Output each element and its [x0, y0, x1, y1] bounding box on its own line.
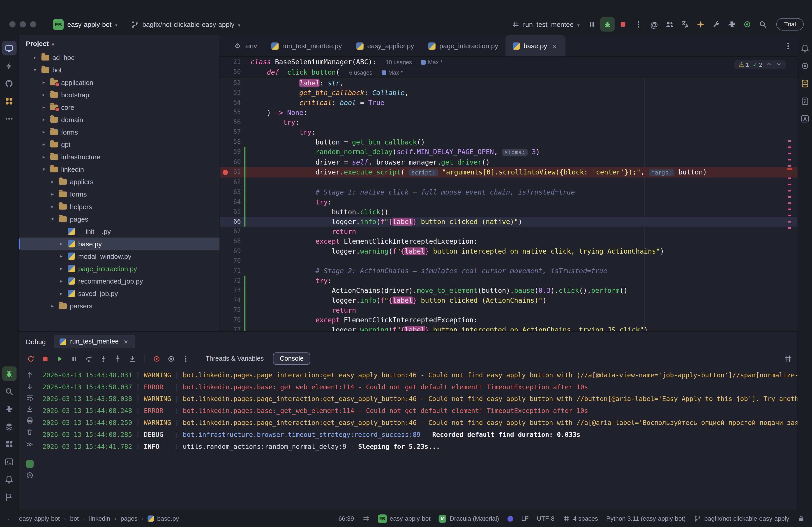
editor-tab[interactable]: base.py [506, 35, 565, 56]
tool-bookmarks-button[interactable] [2, 490, 16, 504]
line-number[interactable]: 57 [220, 127, 244, 137]
run-config-widget[interactable]: run_test_mentee [508, 18, 583, 31]
tool-more-button[interactable] [2, 111, 16, 126]
line-number[interactable]: 65 [220, 207, 244, 217]
code-text[interactable]: try: [250, 118, 797, 127]
ai-assistant-button[interactable] [647, 17, 661, 32]
tool-notifications-button[interactable] [798, 41, 812, 55]
code-line[interactable]: 54 critical: bool = True [220, 98, 798, 108]
more-debug-actions-button[interactable] [179, 352, 192, 365]
tree-item[interactable]: ▾pages [19, 213, 220, 225]
code-line[interactable]: 70 [220, 256, 798, 266]
editor-tab[interactable]: page_interaction.py [421, 35, 506, 56]
code-line[interactable]: 60 driver = self._browser_manager.get_dr… [220, 157, 798, 167]
project-panel-header[interactable]: Project [19, 35, 220, 51]
clear-console-icon[interactable] [26, 428, 33, 436]
sticky-line[interactable]: 21class BaseSeleniumManager(ABC):10 usag… [220, 57, 798, 67]
tree-item[interactable]: ▾bot [19, 63, 220, 76]
close-icon[interactable] [122, 337, 129, 346]
prev-issue-button[interactable] [766, 61, 772, 68]
layout-settings-button[interactable] [784, 355, 792, 363]
tree-item[interactable]: ▸recommended_job.py [19, 275, 220, 287]
tool-structure-button[interactable] [2, 94, 16, 108]
line-number[interactable]: 70 [220, 256, 244, 266]
sticky-line[interactable]: 50 def _click_button(6 usagesMax * [220, 67, 798, 77]
author-hint[interactable]: Max * [421, 59, 443, 65]
split-button[interactable] [362, 515, 369, 522]
code-text[interactable]: ) -> None: [250, 108, 797, 118]
code-editor[interactable]: 52 label: str,53 get_btn_callback: Calla… [220, 78, 798, 331]
code-line[interactable]: 71 # Stage 2: ActionChains — simulates r… [220, 266, 798, 276]
code-line[interactable]: 63 # Stage 1: native click — full mouse … [220, 187, 798, 197]
translate-button[interactable] [678, 17, 693, 32]
code-with-me-button[interactable] [663, 17, 677, 32]
soft-wrap-icon[interactable] [26, 394, 33, 402]
tree-item[interactable]: ▸infrastructure [19, 151, 220, 163]
line-number[interactable]: 52 [220, 78, 244, 88]
line-number[interactable]: 60 [220, 157, 244, 167]
pause-button[interactable] [67, 352, 81, 365]
code-text[interactable]: logger.warning(f"{label} button intercep… [250, 325, 797, 331]
tool-project-button[interactable] [2, 41, 16, 55]
interpreter-selector[interactable]: Python 3.11 (easy-apply-bot) [606, 515, 686, 522]
tree-item[interactable]: __init__.py [19, 225, 220, 238]
history-clock-icon[interactable] [26, 471, 33, 479]
print-icon[interactable] [26, 417, 33, 424]
tab-console[interactable]: Console [273, 352, 310, 365]
sparkle-button[interactable] [693, 17, 708, 32]
line-number[interactable]: 59 [220, 147, 244, 157]
line-number[interactable]: 75 [220, 305, 244, 315]
code-text[interactable]: except ElementClickInterceptedException: [250, 315, 797, 325]
run-to-cursor-button[interactable] [126, 352, 139, 365]
code-line[interactable]: 67 return [220, 227, 798, 237]
code-text[interactable]: logger.info(f"{label} button clicked (na… [250, 217, 797, 227]
code-text[interactable] [250, 256, 797, 266]
line-number[interactable]: 53 [220, 88, 244, 98]
step-out-button[interactable] [111, 352, 124, 365]
pause-program-button[interactable] [585, 17, 599, 32]
line-number[interactable]: 58 [220, 137, 244, 147]
code-text[interactable]: button.click() [250, 207, 797, 217]
code-line[interactable]: 76 except ElementClickInterceptedExcepti… [220, 315, 798, 325]
code-text[interactable]: class BaseSeleniumManager(ABC):10 usages… [250, 57, 797, 67]
code-line[interactable]: 61 driver.execute_script( script: "argum… [220, 167, 798, 178]
status-branch[interactable]: bagfix/not-clickable-easy-apply [694, 515, 789, 522]
caret-position[interactable]: 66:39 [338, 515, 354, 522]
code-text[interactable]: random_normal_delay(self.MIN_DELAY_PAGE_… [250, 147, 797, 157]
tree-item[interactable]: ▸appliers [19, 175, 220, 188]
console-more-icon[interactable] [26, 439, 33, 449]
tab-options-button[interactable] [784, 35, 798, 56]
status-theme[interactable]: M Dracula (Material) [439, 515, 499, 522]
code-line[interactable]: 56 try: [220, 118, 798, 127]
next-issue-button[interactable] [776, 61, 782, 68]
code-text[interactable]: # Stage 2: ActionChains — simulates real… [250, 266, 797, 276]
line-number[interactable]: 55 [220, 108, 244, 118]
breadcrumb-item[interactable]: easy-apply-bot [19, 515, 60, 522]
breakpoint-icon[interactable] [223, 169, 228, 175]
tool-settings-button[interactable] [2, 437, 16, 451]
tree-item[interactable]: ▸ad_hoc [19, 51, 220, 63]
code-text[interactable]: logger.warning(f"{label} button intercep… [250, 246, 797, 256]
step-into-button[interactable] [96, 352, 110, 365]
trial-badge[interactable]: Trial [777, 18, 804, 30]
line-number[interactable]: 72 [220, 276, 244, 286]
line-number[interactable]: 21 [220, 57, 244, 67]
code-text[interactable]: driver = self._browser_manager.get_drive… [250, 157, 797, 167]
tool-terminal-button[interactable] [2, 454, 16, 469]
code-line[interactable]: 69 logger.warning(f"{label} button inter… [220, 246, 798, 256]
breadcrumb-item[interactable]: linkedin [89, 515, 110, 522]
code-line[interactable]: 68 except ElementClickInterceptedExcepti… [220, 237, 798, 246]
code-text[interactable]: try: [250, 127, 797, 137]
tree-item[interactable]: ▸parsers [19, 300, 220, 312]
code-line[interactable]: 75 return [220, 305, 798, 315]
encoding-selector[interactable]: UTF-8 [537, 515, 554, 522]
code-text[interactable]: get_btn_callback: Callable, [250, 88, 797, 98]
lock-indicator[interactable] [798, 515, 805, 522]
line-number[interactable]: 56 [220, 118, 244, 127]
rerun-button[interactable] [24, 352, 38, 365]
close-icon[interactable] [551, 42, 558, 50]
code-text[interactable]: except ElementClickInterceptedException: [250, 237, 797, 246]
view-breakpoints-button[interactable] [150, 352, 163, 365]
color-scheme-dot[interactable] [507, 516, 513, 521]
tool-ai-button[interactable] [798, 58, 812, 73]
